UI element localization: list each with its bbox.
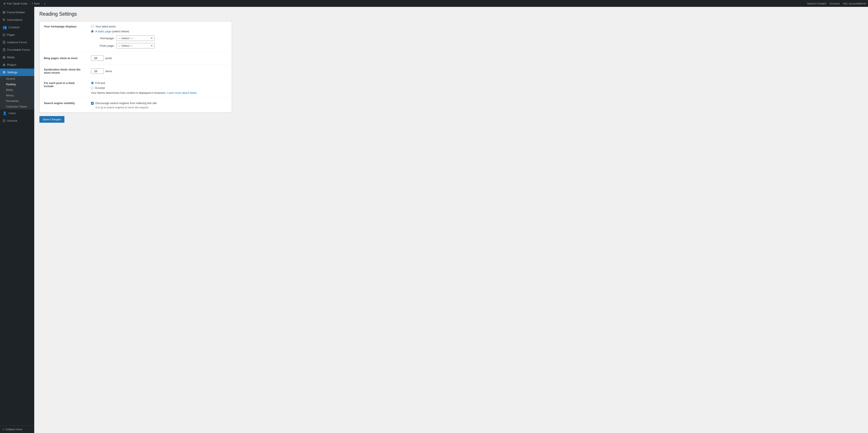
settings-form: Your homepage displays Your latest posts (39, 21, 232, 113)
site-brand[interactable]: Kek Tapak Kuda (2, 2, 29, 5)
settings-submenu: General Reading Media Menus Permalinks C… (0, 76, 34, 109)
syndication-feeds-input[interactable] (91, 68, 104, 74)
submenu-menus[interactable]: Menus (0, 93, 34, 98)
admin-bar: Kek Tapak Kuda New Search Contact Accoun… (0, 0, 868, 7)
star-icon (44, 2, 45, 5)
latest-posts-label[interactable]: Your latest posts (95, 25, 116, 28)
submenu-permalinks[interactable]: Permalinks (0, 98, 34, 104)
feed-options: Full text Excerpt (91, 81, 228, 89)
admin-bar-right: Search Contact Account Hai, accountdemo! (807, 2, 866, 5)
syndication-feeds-label: Syndication feeds show the most recent (44, 68, 81, 74)
blog-pages-suffix: posts (105, 57, 112, 60)
collapse-icon (3, 428, 4, 431)
wp-icon (3, 2, 6, 5)
latest-posts-radio[interactable] (91, 25, 94, 28)
greeting-text: Hai, accountdemo! (843, 2, 866, 5)
static-page-link[interactable]: static page (98, 30, 111, 33)
page-title: Reading Settings (39, 11, 863, 17)
homepage-displays-row: Your homepage displays Your latest posts (39, 22, 232, 52)
sidebar-item-plugins[interactable]: Plugins (0, 61, 34, 68)
sidebar-item-automations[interactable]: Automations (0, 16, 34, 24)
search-contact-link[interactable]: Search Contact (807, 2, 826, 5)
select-below-text: (select below) (112, 30, 129, 33)
main-content: Reading Settings Your homepage displays … (34, 7, 868, 433)
submenu-customize-theme[interactable]: Customize Theme (0, 104, 34, 109)
submenu-media[interactable]: Media (0, 87, 34, 93)
brand-name: Kek Tapak Kuda (7, 2, 27, 5)
admin-bar-left: Kek Tapak Kuda New (2, 2, 47, 5)
account-link[interactable]: Account (830, 2, 840, 5)
save-changes-button[interactable]: Save Changes (39, 116, 64, 123)
layout: Funnel Builder Automations 👥 Contacts Pa… (0, 7, 868, 433)
excerpt-option: Excerpt (91, 86, 228, 89)
homepage-displays-label: Your homepage displays (44, 25, 76, 28)
sidebar-item-contacts[interactable]: 👥 Contacts (0, 24, 34, 31)
settings-icon (3, 70, 6, 74)
auto-icon (3, 18, 5, 22)
static-page-selects: Homepage: — Select — Posts page: — Selec… (95, 35, 228, 49)
syndication-feeds-row: Syndication feeds show the most recent i… (39, 64, 232, 78)
full-text-label[interactable]: Full text (95, 81, 105, 85)
new-item-button[interactable]: New (30, 2, 41, 5)
syndication-feeds-control: items (91, 68, 228, 74)
account-icon (3, 119, 5, 123)
static-page-radio[interactable] (91, 30, 94, 33)
formidable-icon (3, 48, 6, 52)
plus-icon (31, 2, 33, 5)
submenu-reading[interactable]: Reading (0, 82, 34, 87)
blog-pages-label: Blog pages show at most (44, 57, 78, 60)
contacts-icon: 👥 (3, 25, 7, 29)
posts-page-select-label: Posts page: (95, 44, 115, 47)
latest-posts-option: Your latest posts (91, 25, 228, 28)
syndication-feeds-suffix: items (105, 69, 112, 73)
blog-pages-control: posts (91, 55, 228, 61)
blog-pages-row: Blog pages show at most posts (39, 52, 232, 64)
excerpt-label[interactable]: Excerpt (95, 86, 105, 89)
sidebar-item-formidable-forms[interactable]: Formidable Forms (0, 46, 34, 54)
sidebar-item-users[interactable]: 👤 Users (0, 109, 34, 117)
pages-icon (3, 33, 5, 37)
customize-icon-btn[interactable] (42, 2, 47, 5)
homepage-select[interactable]: — Select — (116, 35, 155, 41)
sidebar-item-pages[interactable]: Pages (0, 31, 34, 38)
media-icon (3, 55, 5, 59)
blog-pages-input[interactable] (91, 55, 104, 61)
sidebar-item-media[interactable]: Media (0, 54, 34, 61)
sidebar-item-settings[interactable]: Settings (0, 68, 34, 76)
sidebar-item-funnel-builder[interactable]: Funnel Builder (0, 8, 34, 16)
kadence-icon (3, 40, 6, 44)
collapse-menu-button[interactable]: Collapse menu (0, 426, 34, 433)
discourage-engines-checkbox[interactable] (91, 102, 94, 105)
sidebar: Funnel Builder Automations 👥 Contacts Pa… (0, 7, 34, 433)
sidebar-item-kadence-forms[interactable]: Kadence Forms (0, 38, 34, 46)
feed-note: Your theme determines how content is dis… (91, 91, 228, 94)
submenu-general[interactable]: General (0, 76, 34, 82)
search-engine-note: It is up to search engines to honor this… (96, 106, 228, 109)
excerpt-radio[interactable] (91, 87, 94, 89)
funnel-icon (3, 10, 5, 15)
full-text-radio[interactable] (91, 82, 94, 84)
homepage-select-row: Homepage: — Select — (95, 35, 228, 41)
feed-post-row: For each post in a feed, include Full te… (39, 78, 232, 98)
homepage-select-label: Homepage: (95, 37, 115, 40)
search-engine-row: Search engine visibility Discourage sear… (39, 98, 232, 113)
static-page-option: A static page (select below) (91, 30, 228, 33)
learn-more-feeds-link[interactable]: Learn more about feeds (167, 91, 197, 94)
posts-page-select-row: Posts page: — Select — (95, 43, 228, 49)
feed-post-label: For each post in a feed, include (44, 81, 75, 88)
posts-page-select[interactable]: — Select — (116, 43, 155, 49)
homepage-radio-group: Your latest posts A static page (select … (91, 25, 228, 33)
search-engine-control: Discourage search engines from indexing … (91, 102, 228, 105)
sidebar-item-account[interactable]: Account (0, 117, 34, 124)
full-text-option: Full text (91, 81, 228, 85)
search-engine-label: Search engine visibility (44, 102, 75, 105)
static-page-label[interactable]: A static page (select below) (95, 30, 129, 33)
discourage-engines-label[interactable]: Discourage search engines from indexing … (95, 102, 157, 105)
users-icon: 👤 (3, 111, 7, 115)
plugins-icon (3, 63, 5, 67)
